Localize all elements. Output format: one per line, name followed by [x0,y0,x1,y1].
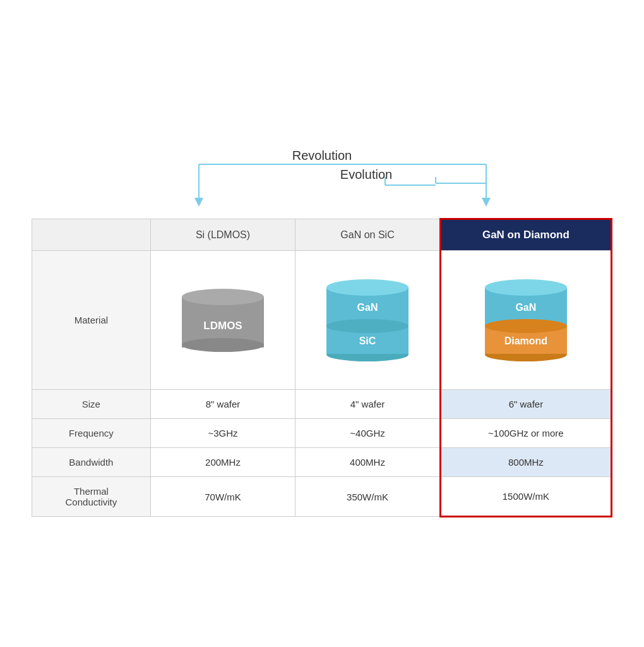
thermal-gan-sic: 350W/mK [295,477,441,517]
svg-marker-3 [194,198,203,207]
bandwidth-label: Bandwidth [32,448,151,477]
bandwidth-gan-sic: 400MHz [295,448,441,477]
frequency-gan-diamond: ~100GHz or more [440,419,611,448]
thermal-si-ldmos: 70W/mK [150,477,295,517]
material-si-ldmos: LDMOS [150,251,295,390]
size-gan-sic: 4" wafer [295,390,441,419]
gan-sic-bottom-label: SiC [359,336,376,347]
material-row: Material LDMOS [32,251,612,390]
size-row: Size 8" wafer 4" wafer 6" wafer [32,390,612,419]
gan-sic-top-label: GaN [357,302,378,313]
material-gan-diamond: GaN Diamond [440,251,611,390]
bandwidth-gan-diamond: 800MHz [440,448,611,477]
frequency-row: Frequency ~3GHz ~40GHz ~100GHz or more [32,419,612,448]
material-label: Material [32,251,151,390]
size-si-ldmos: 8" wafer [150,390,295,419]
gan-diamond-top-label: GaN [515,302,536,313]
gan-diamond-bottom-label: Diamond [504,336,547,347]
thermal-label: Thermal Conductivity [32,477,151,517]
col-header-gan-sic: GaN on SiC [295,219,441,251]
svg-text:Revolution: Revolution [292,148,352,162]
frequency-si-ldmos: ~3GHz [150,419,295,448]
material-gan-sic: GaN SiC [295,251,441,390]
bandwidth-si-ldmos: 200MHz [150,448,295,477]
thermal-gan-diamond: 1500W/mK [440,477,611,517]
svg-text:Evolution: Evolution [340,167,392,181]
ldmos-label: LDMOS [203,320,242,332]
arrows-header: Revolution Evolution [32,142,612,218]
thermal-row: Thermal Conductivity 70W/mK 350W/mK 1500… [32,477,612,517]
col-header-gan-diamond: GaN on Diamond [440,219,611,251]
frequency-label: Frequency [32,419,151,448]
comparison-table: Si (LDMOS) GaN on SiC GaN on Diamond Mat… [32,218,612,517]
frequency-gan-sic: ~40GHz [295,419,441,448]
col-header-si-ldmos: Si (LDMOS) [150,219,295,251]
size-gan-diamond: 6" wafer [440,390,611,419]
svg-marker-8 [482,198,491,207]
col-header-property [32,219,151,251]
size-label: Size [32,390,151,419]
main-container: Revolution Evolution [32,130,612,517]
bandwidth-row: Bandwidth 200MHz 400MHz 800MHz [32,448,612,477]
